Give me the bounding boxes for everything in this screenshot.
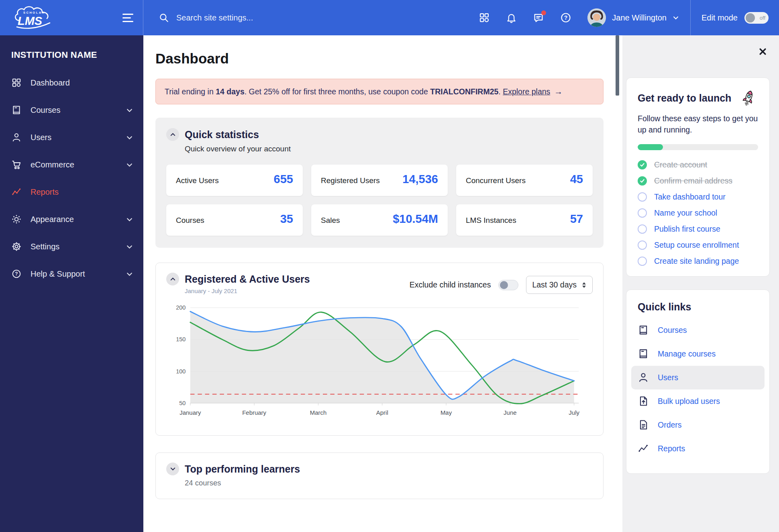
step-label: Publish first course (654, 224, 720, 234)
stat-card-registered-users: Registered Users14,536 (311, 165, 448, 196)
main-scrollbar[interactable] (616, 35, 619, 96)
check-circle-icon (638, 176, 647, 185)
svg-text:February: February (242, 409, 266, 416)
toggle-state-text: off (760, 15, 765, 21)
edit-mode-label: Edit mode (702, 13, 738, 22)
topbar-logo-section: SCHOLAR LMS (0, 0, 143, 35)
quick-link-reports[interactable]: Reports (631, 437, 765, 461)
sidebar-item-ecommerce[interactable]: eCommerce (0, 151, 143, 178)
search-input[interactable] (176, 13, 349, 22)
edit-mode-toggle[interactable]: off (744, 12, 769, 24)
step-label: Take dashboard tour (654, 192, 726, 202)
chart-icon (11, 187, 22, 197)
gear-icon (11, 241, 22, 252)
stat-card-concurrent-users: Concurrent Users45 (456, 165, 593, 196)
sidebar-item-users[interactable]: Users (0, 124, 143, 151)
launch-checklist: Create account Confirm email address Tak… (638, 160, 758, 266)
top-performing-learners-section: Top performing learners 24 courses (155, 453, 604, 499)
svg-text:LMS: LMS (18, 14, 43, 27)
svg-text:SCHOLAR: SCHOLAR (23, 11, 45, 14)
page-title: Dashboard (155, 51, 604, 67)
quick-link-label: Courses (658, 326, 687, 335)
book-icon (638, 348, 649, 359)
step-name-school[interactable]: Name your school (638, 208, 758, 218)
stat-label: Sales (321, 216, 340, 225)
step-label: Name your school (654, 208, 717, 218)
step-label: Setup course enrollment (654, 241, 739, 250)
sidebar-toggle-hamburger-icon[interactable] (120, 11, 136, 24)
step-confirm-email[interactable]: Confirm email address (638, 176, 758, 185)
quick-link-orders[interactable]: Orders (631, 413, 765, 437)
toggle-knob (746, 13, 755, 22)
sidebar: INSTITUTION NAME Dashboard Courses Users… (0, 35, 143, 532)
book-icon (638, 324, 649, 336)
book-icon (11, 105, 22, 115)
step-landing-page[interactable]: Create site landing page (638, 257, 758, 266)
launch-progress-bar (638, 144, 758, 150)
collapse-section-button[interactable] (166, 273, 179, 285)
exclude-child-instances-toggle[interactable] (498, 280, 518, 290)
sidebar-item-settings[interactable]: Settings (0, 233, 143, 260)
quick-link-label: Orders (658, 420, 682, 430)
empty-circle-icon (638, 192, 647, 202)
banner-coupon-code: TRIALCONFIRM25 (430, 87, 498, 96)
scholar-lms-logo[interactable]: SCHOLAR LMS (11, 6, 56, 29)
step-publish-course[interactable]: Publish first course (638, 224, 758, 234)
svg-text:January: January (179, 409, 201, 416)
chevron-down-icon (126, 243, 133, 250)
chart-icon (638, 443, 649, 454)
sidebar-item-help-support[interactable]: ? Help & Support (0, 260, 143, 287)
quick-link-bulk-upload-users[interactable]: Bulk upload users (631, 389, 765, 413)
svg-text:July: July (569, 409, 579, 416)
stat-card-courses: Courses35 (166, 204, 303, 236)
step-dashboard-tour[interactable]: Take dashboard tour (638, 192, 758, 202)
sidebar-item-dashboard[interactable]: Dashboard (0, 69, 143, 96)
step-create-account[interactable]: Create account (638, 160, 758, 169)
progress-fill (638, 144, 663, 150)
user-icon (11, 132, 22, 143)
quick-link-label: Bulk upload users (658, 397, 720, 406)
quick-link-courses[interactable]: Courses (631, 318, 765, 342)
step-label: Create account (654, 160, 707, 169)
svg-text:April: April (376, 409, 388, 416)
file-upload-icon (638, 395, 649, 407)
step-label: Confirm email address (654, 176, 732, 185)
sidebar-item-label: Settings (31, 242, 59, 251)
sidebar-item-courses[interactable]: Courses (0, 96, 143, 124)
file-text-icon (638, 419, 649, 430)
collapse-section-button[interactable] (166, 128, 179, 141)
banner-text: . (498, 87, 503, 96)
empty-circle-icon (638, 257, 647, 266)
quick-link-users[interactable]: Users (631, 366, 765, 389)
sidebar-item-reports[interactable]: Reports (0, 178, 143, 206)
section-subtitle: 24 courses (185, 479, 593, 487)
user-menu[interactable]: Jane Willington (587, 8, 679, 27)
help-circle-icon[interactable]: ? (560, 12, 571, 23)
explore-plans-link[interactable]: Explore plans (503, 87, 550, 96)
date-range-select[interactable]: Last 30 days (526, 276, 593, 294)
apps-grid-icon[interactable] (479, 12, 490, 23)
messages-chat-icon[interactable] (533, 12, 544, 23)
close-icon[interactable] (759, 47, 767, 56)
sidebar-item-label: Users (31, 133, 51, 142)
stat-value: 35 (280, 212, 293, 226)
quick-link-manage-courses[interactable]: Manage courses (631, 342, 765, 366)
svg-text:50: 50 (179, 400, 186, 406)
stat-card-grid: Active Users655 Registered Users14,536 C… (166, 165, 593, 236)
stat-card-sales: Sales$10.54M (311, 204, 448, 236)
cart-icon (11, 159, 22, 170)
quick-link-label: Reports (658, 444, 685, 453)
expand-section-button[interactable] (166, 463, 179, 475)
sidebar-item-label: Dashboard (31, 78, 70, 88)
user-icon (638, 372, 649, 383)
date-range-value: Last 30 days (532, 280, 577, 289)
stat-label: LMS Instances (466, 216, 516, 225)
user-avatar (587, 8, 606, 27)
notifications-bell-icon[interactable] (506, 12, 517, 23)
sidebar-item-appearance[interactable]: Appearance (0, 206, 143, 233)
sidebar-item-label: Courses (31, 106, 60, 115)
card-title: Get ready to launch (638, 92, 731, 104)
step-course-enrollment[interactable]: Setup course enrollment (638, 241, 758, 250)
chevron-down-icon (126, 134, 133, 141)
arrow-right-icon: → (554, 87, 563, 96)
